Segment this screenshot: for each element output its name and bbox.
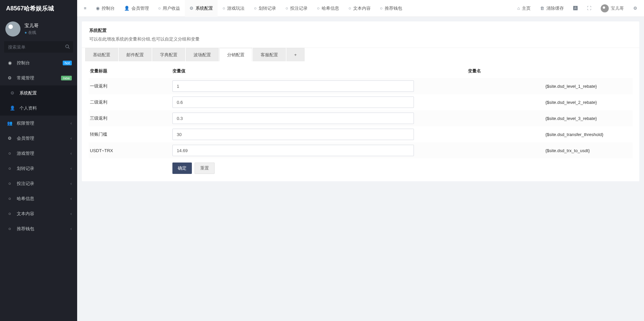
trash-icon: 🗑: [540, 6, 544, 11]
settings-button[interactable]: ⚙: [629, 0, 642, 17]
user-cog-icon: ⚙: [7, 136, 13, 141]
sidebar-item-0[interactable]: ◉ 控制台 hot: [0, 55, 77, 70]
avatar: [5, 21, 20, 37]
circle-o-icon: ○: [7, 181, 13, 186]
reset-button[interactable]: 重置: [195, 163, 215, 174]
sidebar-item-4[interactable]: 👥 权限管理 ‹: [0, 116, 77, 131]
row-title: 二级返利: [89, 99, 172, 105]
sidebar-item-label: 文本内容: [17, 211, 70, 217]
sidebar-item-label: 个人资料: [19, 105, 72, 111]
row-value-input[interactable]: [172, 145, 414, 156]
sidebar-item-1[interactable]: ⚙ 常规管理 new: [0, 70, 77, 85]
config-row: USDT~TRX {$site.dsd_trx_to_usdt}: [89, 142, 633, 158]
header-tab-label: 控制台: [102, 5, 115, 11]
sidebar-item-label: 推荐钱包: [17, 226, 70, 232]
chevron-left-icon: ‹: [70, 196, 72, 201]
user-icon: 👤: [124, 6, 129, 11]
config-tab-0[interactable]: 基础配置: [85, 48, 118, 61]
fullscreen-icon: ⛶: [587, 6, 591, 11]
search-icon[interactable]: [65, 44, 70, 49]
row-title: 三级返利: [89, 115, 172, 121]
row-variable-name: {$site.dsd_level_3_rebate}: [414, 116, 633, 121]
sidebar-item-label: 会员管理: [17, 135, 70, 141]
row-title: 转账门槛: [89, 131, 172, 137]
sidebar-item-11[interactable]: ○ 推荐钱包 ‹: [0, 221, 77, 236]
header-tab-3[interactable]: ⚙系统配置: [185, 0, 218, 17]
circle-o-icon: ○: [254, 6, 257, 11]
header-tab-6[interactable]: ○投注记录: [281, 0, 312, 17]
user-icon: 👤: [9, 106, 15, 111]
clear-cache-button[interactable]: 🗑清除缓存: [535, 0, 569, 17]
sidebar-item-label: 游戏管理: [17, 150, 70, 156]
table-header: 变量标题 变量值 变量名: [89, 65, 633, 78]
circle-o-icon: ○: [7, 196, 13, 201]
dashboard-icon: ◉: [7, 60, 13, 65]
row-value-input[interactable]: [172, 129, 414, 140]
sidebar-nav: ◉ 控制台 hot ⚙ 常规管理 new ⚙ 系统配置 👤 个人资料 👥 权限管…: [0, 55, 77, 236]
config-tab-5[interactable]: 客服配置: [253, 48, 286, 61]
circle-o-icon: ○: [7, 211, 13, 216]
fullscreen-button[interactable]: ⛶: [582, 0, 596, 17]
chevron-left-icon: ‹: [70, 151, 72, 156]
sidebar-item-7[interactable]: ○ 划转记录 ‹: [0, 161, 77, 176]
config-tab-2[interactable]: 字典配置: [152, 48, 185, 61]
dashboard-icon: ◉: [96, 6, 100, 11]
sidebar-item-5[interactable]: ⚙ 会员管理 ‹: [0, 131, 77, 146]
row-variable-name: {$site.dsd_level_2_rebate}: [414, 100, 633, 105]
sidebar-item-9[interactable]: ○ 哈希信息 ‹: [0, 191, 77, 206]
user-menu[interactable]: 宝儿哥: [596, 0, 629, 17]
user-name: 宝儿哥: [24, 23, 39, 29]
sidebar-item-10[interactable]: ○ 文本内容 ‹: [0, 206, 77, 221]
config-tab-1[interactable]: 邮件配置: [119, 48, 152, 61]
header-tab-9[interactable]: ○推荐钱包: [375, 0, 407, 17]
config-tab-3[interactable]: 波场配置: [186, 48, 219, 61]
config-tab-4[interactable]: 分销配置: [219, 48, 252, 61]
user-status: ●在线: [24, 30, 39, 36]
sidebar-item-label: 哈希信息: [17, 196, 70, 202]
sidebar-item-label: 系统配置: [19, 90, 72, 96]
header-tab-label: 推荐钱包: [385, 5, 402, 11]
home-button[interactable]: ⌂主页: [513, 0, 535, 17]
badge: hot: [63, 61, 72, 65]
header: ≡ ◉控制台👤会员管理○用户收益⚙系统配置○游戏玩法○划转记录○投注记录○哈希信…: [77, 0, 644, 17]
header-tab-label: 游戏玩法: [227, 5, 245, 11]
row-value-input[interactable]: [172, 97, 414, 108]
header-tab-label: 用户收益: [163, 5, 180, 11]
confirm-button[interactable]: 确定: [172, 163, 192, 174]
search-input[interactable]: [4, 41, 73, 53]
config-row: 三级返利 {$site.dsd_level_3_rebate}: [89, 110, 633, 126]
sidebar-item-6[interactable]: ○ 游戏管理 ‹: [0, 146, 77, 161]
header-tab-label: 会员管理: [131, 5, 149, 11]
circle-o-icon: ○: [285, 6, 288, 11]
config-row: 转账门槛 {$site.dsd_transfer_threshold}: [89, 126, 633, 142]
header-tab-label: 投注记录: [290, 5, 308, 11]
header-tab-1[interactable]: 👤会员管理: [119, 0, 154, 17]
row-variable-name: {$site.dsd_level_1_rebate}: [414, 84, 633, 89]
header-tab-7[interactable]: ○哈希信息: [312, 0, 344, 17]
header-tab-2[interactable]: ○用户收益: [154, 0, 185, 17]
user-panel: 宝儿哥 ●在线: [0, 17, 77, 41]
sidebar-item-3[interactable]: 👤 个人资料: [0, 101, 77, 116]
header-tab-4[interactable]: ○游戏玩法: [218, 0, 249, 17]
header-tab-label: 系统配置: [196, 5, 213, 11]
row-value-input[interactable]: [172, 113, 414, 124]
header-tab-label: 划转记录: [259, 5, 276, 11]
chevron-left-icon: ‹: [70, 136, 72, 141]
sidebar-item-8[interactable]: ○ 投注记录 ‹: [0, 176, 77, 191]
row-value-input[interactable]: [172, 80, 414, 92]
language-button[interactable]: 🅰: [569, 0, 582, 17]
row-variable-name: {$site.dsd_trx_to_usdt}: [414, 148, 633, 153]
sidebar-item-label: 控制台: [17, 60, 63, 66]
header-tab-5[interactable]: ○划转记录: [249, 0, 281, 17]
add-tab-button[interactable]: +: [286, 48, 305, 61]
header-tab-0[interactable]: ◉控制台: [91, 0, 119, 17]
sidebar-item-2[interactable]: ⚙ 系统配置: [0, 85, 77, 101]
circle-o-icon: ○: [348, 6, 351, 11]
toggle-sidebar-button[interactable]: ≡: [79, 0, 91, 17]
circle-o-icon: ○: [7, 226, 13, 231]
chevron-left-icon: ‹: [70, 211, 72, 216]
sidebar-item-label: 划转记录: [17, 166, 70, 172]
header-tab-8[interactable]: ○文本内容: [344, 0, 375, 17]
circle-o-icon: ○: [380, 6, 383, 11]
circle-o-icon: ○: [222, 6, 225, 11]
